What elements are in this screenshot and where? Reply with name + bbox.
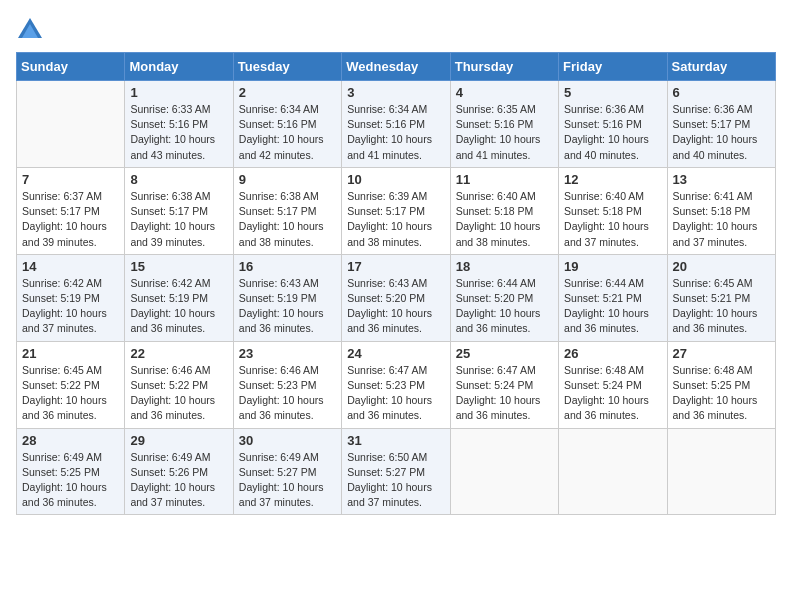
day-number: 20 bbox=[673, 259, 770, 274]
day-number: 10 bbox=[347, 172, 444, 187]
day-number: 19 bbox=[564, 259, 661, 274]
day-cell: 4Sunrise: 6:35 AM Sunset: 5:16 PM Daylig… bbox=[450, 81, 558, 168]
day-number: 26 bbox=[564, 346, 661, 361]
day-info: Sunrise: 6:46 AM Sunset: 5:23 PM Dayligh… bbox=[239, 363, 336, 424]
day-cell: 30Sunrise: 6:49 AM Sunset: 5:27 PM Dayli… bbox=[233, 428, 341, 515]
day-cell: 7Sunrise: 6:37 AM Sunset: 5:17 PM Daylig… bbox=[17, 167, 125, 254]
day-info: Sunrise: 6:37 AM Sunset: 5:17 PM Dayligh… bbox=[22, 189, 119, 250]
day-cell: 17Sunrise: 6:43 AM Sunset: 5:20 PM Dayli… bbox=[342, 254, 450, 341]
week-row-3: 21Sunrise: 6:45 AM Sunset: 5:22 PM Dayli… bbox=[17, 341, 776, 428]
day-cell bbox=[559, 428, 667, 515]
day-cell: 20Sunrise: 6:45 AM Sunset: 5:21 PM Dayli… bbox=[667, 254, 775, 341]
day-header-thursday: Thursday bbox=[450, 53, 558, 81]
day-info: Sunrise: 6:50 AM Sunset: 5:27 PM Dayligh… bbox=[347, 450, 444, 511]
header bbox=[16, 16, 776, 44]
day-number: 21 bbox=[22, 346, 119, 361]
day-cell: 16Sunrise: 6:43 AM Sunset: 5:19 PM Dayli… bbox=[233, 254, 341, 341]
day-info: Sunrise: 6:43 AM Sunset: 5:20 PM Dayligh… bbox=[347, 276, 444, 337]
day-header-friday: Friday bbox=[559, 53, 667, 81]
day-number: 30 bbox=[239, 433, 336, 448]
day-info: Sunrise: 6:34 AM Sunset: 5:16 PM Dayligh… bbox=[239, 102, 336, 163]
day-info: Sunrise: 6:34 AM Sunset: 5:16 PM Dayligh… bbox=[347, 102, 444, 163]
day-cell: 29Sunrise: 6:49 AM Sunset: 5:26 PM Dayli… bbox=[125, 428, 233, 515]
day-number: 23 bbox=[239, 346, 336, 361]
day-info: Sunrise: 6:41 AM Sunset: 5:18 PM Dayligh… bbox=[673, 189, 770, 250]
day-info: Sunrise: 6:39 AM Sunset: 5:17 PM Dayligh… bbox=[347, 189, 444, 250]
day-cell: 12Sunrise: 6:40 AM Sunset: 5:18 PM Dayli… bbox=[559, 167, 667, 254]
day-number: 14 bbox=[22, 259, 119, 274]
day-number: 12 bbox=[564, 172, 661, 187]
day-info: Sunrise: 6:45 AM Sunset: 5:22 PM Dayligh… bbox=[22, 363, 119, 424]
day-cell: 1Sunrise: 6:33 AM Sunset: 5:16 PM Daylig… bbox=[125, 81, 233, 168]
day-cell: 9Sunrise: 6:38 AM Sunset: 5:17 PM Daylig… bbox=[233, 167, 341, 254]
day-cell: 22Sunrise: 6:46 AM Sunset: 5:22 PM Dayli… bbox=[125, 341, 233, 428]
day-number: 29 bbox=[130, 433, 227, 448]
day-number: 7 bbox=[22, 172, 119, 187]
day-cell: 31Sunrise: 6:50 AM Sunset: 5:27 PM Dayli… bbox=[342, 428, 450, 515]
day-number: 27 bbox=[673, 346, 770, 361]
day-info: Sunrise: 6:36 AM Sunset: 5:16 PM Dayligh… bbox=[564, 102, 661, 163]
day-cell: 23Sunrise: 6:46 AM Sunset: 5:23 PM Dayli… bbox=[233, 341, 341, 428]
week-row-2: 14Sunrise: 6:42 AM Sunset: 5:19 PM Dayli… bbox=[17, 254, 776, 341]
day-info: Sunrise: 6:45 AM Sunset: 5:21 PM Dayligh… bbox=[673, 276, 770, 337]
day-cell: 13Sunrise: 6:41 AM Sunset: 5:18 PM Dayli… bbox=[667, 167, 775, 254]
day-cell: 25Sunrise: 6:47 AM Sunset: 5:24 PM Dayli… bbox=[450, 341, 558, 428]
day-number: 11 bbox=[456, 172, 553, 187]
day-header-wednesday: Wednesday bbox=[342, 53, 450, 81]
day-number: 1 bbox=[130, 85, 227, 100]
day-info: Sunrise: 6:38 AM Sunset: 5:17 PM Dayligh… bbox=[130, 189, 227, 250]
day-cell: 19Sunrise: 6:44 AM Sunset: 5:21 PM Dayli… bbox=[559, 254, 667, 341]
day-info: Sunrise: 6:44 AM Sunset: 5:20 PM Dayligh… bbox=[456, 276, 553, 337]
day-info: Sunrise: 6:49 AM Sunset: 5:27 PM Dayligh… bbox=[239, 450, 336, 511]
day-cell: 8Sunrise: 6:38 AM Sunset: 5:17 PM Daylig… bbox=[125, 167, 233, 254]
day-cell bbox=[450, 428, 558, 515]
day-cell: 15Sunrise: 6:42 AM Sunset: 5:19 PM Dayli… bbox=[125, 254, 233, 341]
day-cell: 10Sunrise: 6:39 AM Sunset: 5:17 PM Dayli… bbox=[342, 167, 450, 254]
day-cell: 24Sunrise: 6:47 AM Sunset: 5:23 PM Dayli… bbox=[342, 341, 450, 428]
day-number: 15 bbox=[130, 259, 227, 274]
day-info: Sunrise: 6:38 AM Sunset: 5:17 PM Dayligh… bbox=[239, 189, 336, 250]
day-info: Sunrise: 6:46 AM Sunset: 5:22 PM Dayligh… bbox=[130, 363, 227, 424]
day-info: Sunrise: 6:48 AM Sunset: 5:25 PM Dayligh… bbox=[673, 363, 770, 424]
day-cell: 6Sunrise: 6:36 AM Sunset: 5:17 PM Daylig… bbox=[667, 81, 775, 168]
day-number: 13 bbox=[673, 172, 770, 187]
logo bbox=[16, 16, 48, 44]
calendar-body: 1Sunrise: 6:33 AM Sunset: 5:16 PM Daylig… bbox=[17, 81, 776, 515]
day-number: 31 bbox=[347, 433, 444, 448]
day-number: 22 bbox=[130, 346, 227, 361]
week-row-1: 7Sunrise: 6:37 AM Sunset: 5:17 PM Daylig… bbox=[17, 167, 776, 254]
day-header-saturday: Saturday bbox=[667, 53, 775, 81]
day-info: Sunrise: 6:40 AM Sunset: 5:18 PM Dayligh… bbox=[456, 189, 553, 250]
day-cell: 11Sunrise: 6:40 AM Sunset: 5:18 PM Dayli… bbox=[450, 167, 558, 254]
day-cell: 2Sunrise: 6:34 AM Sunset: 5:16 PM Daylig… bbox=[233, 81, 341, 168]
day-number: 6 bbox=[673, 85, 770, 100]
day-info: Sunrise: 6:48 AM Sunset: 5:24 PM Dayligh… bbox=[564, 363, 661, 424]
day-cell bbox=[17, 81, 125, 168]
day-info: Sunrise: 6:33 AM Sunset: 5:16 PM Dayligh… bbox=[130, 102, 227, 163]
day-number: 17 bbox=[347, 259, 444, 274]
week-row-0: 1Sunrise: 6:33 AM Sunset: 5:16 PM Daylig… bbox=[17, 81, 776, 168]
day-info: Sunrise: 6:49 AM Sunset: 5:25 PM Dayligh… bbox=[22, 450, 119, 511]
day-cell: 18Sunrise: 6:44 AM Sunset: 5:20 PM Dayli… bbox=[450, 254, 558, 341]
day-info: Sunrise: 6:40 AM Sunset: 5:18 PM Dayligh… bbox=[564, 189, 661, 250]
day-number: 8 bbox=[130, 172, 227, 187]
day-info: Sunrise: 6:42 AM Sunset: 5:19 PM Dayligh… bbox=[22, 276, 119, 337]
day-header-sunday: Sunday bbox=[17, 53, 125, 81]
day-number: 5 bbox=[564, 85, 661, 100]
day-number: 18 bbox=[456, 259, 553, 274]
day-info: Sunrise: 6:44 AM Sunset: 5:21 PM Dayligh… bbox=[564, 276, 661, 337]
day-header-monday: Monday bbox=[125, 53, 233, 81]
day-cell: 3Sunrise: 6:34 AM Sunset: 5:16 PM Daylig… bbox=[342, 81, 450, 168]
day-cell: 27Sunrise: 6:48 AM Sunset: 5:25 PM Dayli… bbox=[667, 341, 775, 428]
day-number: 25 bbox=[456, 346, 553, 361]
day-number: 4 bbox=[456, 85, 553, 100]
day-cell: 28Sunrise: 6:49 AM Sunset: 5:25 PM Dayli… bbox=[17, 428, 125, 515]
day-cell: 21Sunrise: 6:45 AM Sunset: 5:22 PM Dayli… bbox=[17, 341, 125, 428]
day-cell: 26Sunrise: 6:48 AM Sunset: 5:24 PM Dayli… bbox=[559, 341, 667, 428]
calendar-table: SundayMondayTuesdayWednesdayThursdayFrid… bbox=[16, 52, 776, 515]
day-number: 9 bbox=[239, 172, 336, 187]
day-info: Sunrise: 6:47 AM Sunset: 5:24 PM Dayligh… bbox=[456, 363, 553, 424]
day-header-tuesday: Tuesday bbox=[233, 53, 341, 81]
day-info: Sunrise: 6:49 AM Sunset: 5:26 PM Dayligh… bbox=[130, 450, 227, 511]
week-row-4: 28Sunrise: 6:49 AM Sunset: 5:25 PM Dayli… bbox=[17, 428, 776, 515]
